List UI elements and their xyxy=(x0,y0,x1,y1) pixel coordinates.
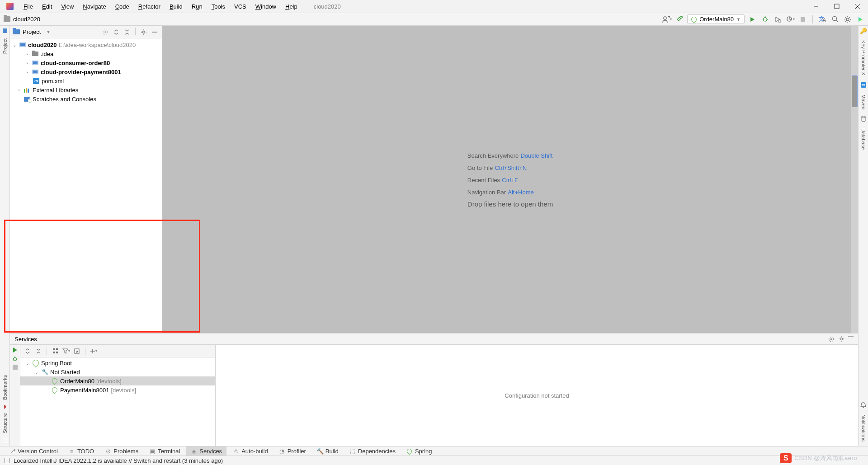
services-target-icon[interactable] xyxy=(828,336,835,343)
menu-run[interactable]: Run xyxy=(188,2,206,11)
expand-all-icon[interactable] xyxy=(112,28,121,37)
tab-autobuild[interactable]: ⚠Auto-build xyxy=(228,446,273,456)
settings-gear-icon[interactable] xyxy=(843,14,853,24)
tab-todo[interactable]: ≡TODO xyxy=(64,446,99,456)
tab-problems[interactable]: ⊘Problems xyxy=(100,446,143,456)
bookmarks-rail-label[interactable]: Bookmarks xyxy=(2,371,8,404)
maximize-button[interactable] xyxy=(826,0,847,13)
translate-icon[interactable]: 文A xyxy=(817,14,827,24)
structure-rail-label[interactable]: Structure xyxy=(2,409,8,437)
services-gear-icon[interactable] xyxy=(838,336,844,343)
project-rail-label[interactable]: Project xyxy=(2,35,8,57)
search-icon[interactable] xyxy=(830,14,840,24)
coverage-button[interactable] xyxy=(773,14,783,24)
editor-scrollbar-track[interactable] xyxy=(851,26,858,333)
keypromoter-rail-icon[interactable]: 🔑 xyxy=(860,28,867,34)
menu-navigate[interactable]: Navigate xyxy=(79,2,109,11)
profile-button[interactable]: ▾ xyxy=(785,14,795,24)
svc-group-notstarted[interactable]: ⌄ 🔧 Not Started xyxy=(20,367,215,376)
maven-rail-label[interactable]: Maven xyxy=(861,90,866,114)
close-button[interactable] xyxy=(847,0,868,13)
tree-root[interactable]: ⌄ cloud2020 E:\idea-workspace\cloud2020 xyxy=(10,40,162,49)
panel-gear-icon[interactable] xyxy=(139,28,148,37)
menu-build[interactable]: Build xyxy=(166,2,186,11)
svc-add-icon[interactable]: ▾ xyxy=(89,347,98,356)
library-icon xyxy=(24,88,30,93)
expand-arrow-icon[interactable]: ⌄ xyxy=(12,42,17,47)
menu-refactor[interactable]: Refactor xyxy=(135,2,164,11)
svc-stop-icon[interactable] xyxy=(13,365,18,370)
tree-item-idea[interactable]: › .idea xyxy=(10,49,162,58)
tab-dependencies[interactable]: ⬚Dependencies xyxy=(345,446,400,456)
svc-run-icon[interactable] xyxy=(12,347,18,353)
select-opened-file-icon[interactable] xyxy=(101,28,110,37)
tree-item-extlib[interactable]: › External Libraries xyxy=(10,85,162,94)
menu-window[interactable]: Window xyxy=(252,2,280,11)
tree-item-pom[interactable]: m pom.xml xyxy=(10,76,162,85)
svg-point-30 xyxy=(143,31,145,33)
services-tree[interactable]: ⌄ Spring Boot ⌄ 🔧 Not Started xyxy=(20,357,215,446)
menu-file[interactable]: File xyxy=(20,2,37,11)
database-rail-label[interactable]: Database xyxy=(861,124,866,154)
svc-item-paymentmain8001[interactable]: PaymentMain8001 [devtools] xyxy=(20,385,215,395)
menu-edit[interactable]: Edit xyxy=(38,2,56,11)
main-menu: File Edit View Navigate Code Refactor Bu… xyxy=(17,2,301,11)
svc-item-ordermain80[interactable]: OrderMain80 [devtools] xyxy=(20,376,215,385)
svc-edit-config-icon[interactable] xyxy=(72,347,81,356)
status-message[interactable]: Localized IntelliJ IDEA 2022.1.2 is avai… xyxy=(14,457,223,464)
structure-rail-icon[interactable] xyxy=(3,439,7,443)
svc-collapse-toggle-icon[interactable] xyxy=(34,347,43,356)
run-config-selector[interactable]: OrderMain80 ▼ xyxy=(687,14,745,24)
collapse-all-icon[interactable] xyxy=(123,28,132,37)
svg-rect-46 xyxy=(13,365,18,370)
tab-version-control[interactable]: ⎇Version Control xyxy=(5,446,62,456)
collapse-arrow-icon[interactable]: › xyxy=(16,88,22,93)
editor-scrollbar-thumb[interactable] xyxy=(852,75,858,107)
tree-item-scratches[interactable]: Scratches and Consoles xyxy=(10,94,162,103)
database-rail-icon[interactable] xyxy=(860,116,867,122)
coderunner-icon[interactable] xyxy=(855,14,865,24)
keypromoter-rail-label[interactable]: Key Promoter X xyxy=(861,36,866,80)
svc-groupby-icon[interactable] xyxy=(51,347,60,356)
project-header-title[interactable]: Project xyxy=(23,28,41,35)
services-empty-msg: Configuration not started xyxy=(505,392,569,399)
menu-view[interactable]: View xyxy=(57,2,77,11)
tab-spring[interactable]: Spring xyxy=(402,446,437,456)
collapse-arrow-icon[interactable]: › xyxy=(24,52,30,56)
svc-expand-toggle-icon[interactable] xyxy=(23,347,32,356)
tree-item-payment[interactable]: › cloud-provider-payment8001 xyxy=(10,67,162,76)
services-hide-icon[interactable] xyxy=(848,336,854,343)
menu-vcs[interactable]: VCS xyxy=(231,2,250,11)
hide-panel-icon[interactable] xyxy=(150,28,159,37)
collapse-arrow-icon[interactable]: › xyxy=(24,61,30,66)
svc-root-springboot[interactable]: ⌄ Spring Boot xyxy=(20,358,215,367)
svg-rect-1 xyxy=(835,4,839,9)
tab-terminal[interactable]: ▣Terminal xyxy=(145,446,184,456)
run-button[interactable] xyxy=(747,14,757,24)
notifications-rail-icon[interactable] xyxy=(860,402,867,408)
notifications-rail-label[interactable]: Notifications xyxy=(861,410,866,446)
tree-item-order[interactable]: › cloud-consumer-order80 xyxy=(10,58,162,67)
add-user-icon[interactable]: +▾ xyxy=(662,14,672,24)
collapse-arrow-icon[interactable]: › xyxy=(24,70,30,75)
svc-debug-icon[interactable] xyxy=(12,356,18,362)
project-view-dropdown-icon[interactable]: ▼ xyxy=(46,30,50,34)
tab-services[interactable]: ◈Services xyxy=(186,446,226,456)
statusbar-toolwindow-icon[interactable] xyxy=(5,458,10,463)
svc-filter-icon[interactable]: ▾ xyxy=(61,347,71,356)
branch-icon: ⎇ xyxy=(9,448,15,454)
menu-code[interactable]: Code xyxy=(112,2,133,11)
stop-button[interactable] xyxy=(798,14,808,24)
hint-drop: Drop files here to open them xyxy=(467,200,553,208)
minimize-button[interactable] xyxy=(806,0,826,13)
project-tree[interactable]: ⌄ cloud2020 E:\idea-workspace\cloud2020 … xyxy=(10,38,162,333)
project-rail-icon[interactable] xyxy=(3,28,7,33)
menu-help[interactable]: Help xyxy=(282,2,301,11)
maven-rail-icon[interactable]: m xyxy=(860,82,867,88)
tab-profiler[interactable]: ◔Profiler xyxy=(274,446,311,456)
build-hammer-icon[interactable] xyxy=(675,14,684,24)
tab-build[interactable]: 🔨Build xyxy=(312,446,343,456)
breadcrumb-root[interactable]: cloud2020 xyxy=(13,16,40,23)
debug-button[interactable] xyxy=(760,14,770,24)
menu-tools[interactable]: Tools xyxy=(208,2,229,11)
